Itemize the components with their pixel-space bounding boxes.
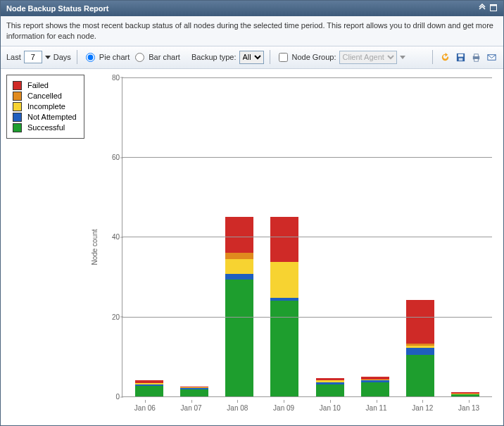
- svg-rect-4: [458, 58, 462, 61]
- x-tick-label: Jan 13: [446, 400, 492, 417]
- legend-label: Incomplete: [27, 102, 65, 111]
- bar-segment[interactable]: [270, 301, 298, 396]
- bar-stack[interactable]: [451, 361, 479, 396]
- backup-type-select[interactable]: All: [239, 51, 264, 64]
- y-tick-label: 80: [104, 73, 120, 81]
- days-label: Days: [53, 53, 71, 61]
- backup-type-label: Backup type:: [191, 53, 237, 61]
- bar-segment[interactable]: [361, 382, 389, 396]
- x-tick-label: Jan 07: [168, 400, 215, 417]
- bar-stack[interactable]: [270, 157, 298, 396]
- y-tick-label: 20: [104, 313, 120, 320]
- svg-rect-7: [474, 58, 478, 61]
- y-tick-label: 0: [104, 393, 120, 401]
- bar-stack[interactable]: [225, 157, 253, 396]
- y-tick-label: 40: [104, 233, 120, 241]
- bar-segment[interactable]: [406, 348, 434, 354]
- chart-body: FailedCancelledIncompleteNot AttemptedSu…: [1, 69, 503, 425]
- bar-chart-label[interactable]: Bar chart: [149, 53, 180, 61]
- last-days-input[interactable]: [24, 51, 42, 63]
- x-tick-label: Jan 12: [400, 400, 446, 417]
- pie-chart-radio[interactable]: [86, 53, 95, 62]
- bar-segment[interactable]: [406, 300, 434, 344]
- bar-segment[interactable]: [225, 259, 253, 274]
- bar-segment[interactable]: [225, 253, 253, 258]
- bar-stack[interactable]: [406, 221, 434, 396]
- legend-swatch: [13, 81, 22, 90]
- grid-line: [122, 157, 492, 158]
- bar-chart-radio[interactable]: [135, 53, 144, 62]
- x-axis-labels: Jan 06Jan 07Jan 08Jan 09Jan 10Jan 11Jan …: [122, 400, 492, 417]
- legend-item: Cancelled: [13, 92, 77, 101]
- print-icon[interactable]: [470, 51, 482, 63]
- titlebar: Node Backup Status Report: [1, 1, 503, 16]
- separator: [270, 50, 270, 64]
- plot-area: 020406080: [122, 77, 492, 397]
- bar-segment[interactable]: [225, 217, 253, 253]
- bar-stack[interactable]: [316, 320, 344, 396]
- y-axis-label: Node count: [91, 229, 99, 265]
- x-tick-label: Jan 11: [353, 400, 400, 417]
- report-panel: Node Backup Status Report This report sh…: [0, 0, 504, 426]
- node-group-label[interactable]: Node Group:: [292, 53, 336, 61]
- separator: [77, 50, 77, 64]
- bar-stack[interactable]: [180, 341, 208, 396]
- x-tick-label: Jan 08: [215, 400, 261, 417]
- grid-line: [122, 317, 492, 318]
- bar-segment[interactable]: [180, 389, 208, 396]
- bar-segment[interactable]: [270, 217, 298, 262]
- bar-stack[interactable]: [135, 325, 163, 396]
- node-group-select[interactable]: Client Agent: [339, 51, 397, 64]
- legend-label: Successful: [27, 123, 65, 132]
- bar-segment[interactable]: [225, 274, 253, 280]
- x-tick-label: Jan 06: [122, 400, 168, 417]
- bar-segment[interactable]: [135, 386, 163, 396]
- svg-rect-3: [458, 54, 463, 57]
- close-icon[interactable]: [489, 4, 498, 13]
- bar-segment[interactable]: [451, 394, 479, 396]
- report-description: This report shows the most recent backup…: [1, 16, 503, 46]
- bar-segment[interactable]: [406, 355, 434, 396]
- y-tick-label: 60: [104, 154, 120, 161]
- bar-segment[interactable]: [270, 262, 298, 298]
- x-tick-label: Jan 09: [260, 400, 307, 417]
- legend-item: Not Attempted: [13, 113, 77, 122]
- last-label: Last: [6, 53, 21, 61]
- toolbar: Last Days Pie chart Bar chart Backup typ…: [1, 46, 503, 69]
- panel-title: Node Backup Status Report: [6, 4, 475, 13]
- node-group-checkbox[interactable]: [279, 53, 288, 62]
- last-days-dropdown-icon[interactable]: [45, 56, 51, 59]
- legend-swatch: [13, 92, 22, 101]
- collapse-icon[interactable]: [478, 4, 486, 13]
- legend-swatch: [13, 102, 22, 111]
- legend-swatch: [13, 113, 22, 122]
- legend-swatch: [13, 123, 22, 132]
- pie-chart-label[interactable]: Pie chart: [99, 53, 130, 61]
- svg-rect-6: [474, 54, 478, 57]
- node-group-dropdown-icon: [400, 56, 405, 59]
- bar-segment[interactable]: [225, 280, 253, 396]
- email-icon[interactable]: [485, 51, 498, 63]
- legend-item: Failed: [13, 81, 77, 90]
- legend-item: Successful: [13, 123, 77, 132]
- legend-label: Failed: [27, 81, 49, 89]
- svg-rect-1: [491, 5, 497, 6]
- legend-item: Incomplete: [13, 102, 77, 111]
- bar-stack[interactable]: [361, 317, 389, 396]
- legend-label: Not Attempted: [27, 113, 77, 121]
- bar-segment[interactable]: [316, 384, 344, 396]
- legend: FailedCancelledIncompleteNot AttemptedSu…: [6, 75, 84, 139]
- save-icon[interactable]: [454, 51, 467, 63]
- x-tick-label: Jan 10: [307, 400, 353, 417]
- grid-line: [122, 77, 492, 78]
- chart: Node count 020406080 Jan 06Jan 07Jan 08J…: [99, 77, 492, 417]
- grid-line: [122, 237, 492, 237]
- refresh-icon[interactable]: [439, 51, 451, 63]
- legend-label: Cancelled: [27, 92, 62, 100]
- separator: [432, 50, 433, 64]
